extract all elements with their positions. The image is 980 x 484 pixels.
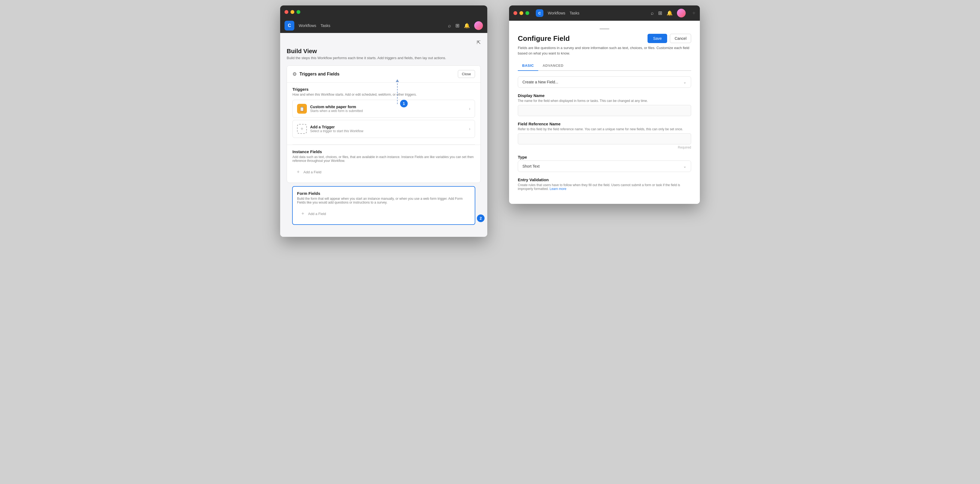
right-add-tab-button[interactable]: +: [692, 10, 695, 16]
gear-icon: ⚙: [293, 71, 297, 77]
display-name-group: Display Name The name for the field when…: [518, 93, 691, 116]
avatar[interactable]: [474, 21, 483, 30]
required-hint: Required: [518, 145, 691, 149]
instance-fields-desc: Add data such as text, choices, or files…: [293, 155, 475, 163]
add-form-field-row[interactable]: + Add a Field: [297, 208, 470, 220]
add-trigger-icon: +: [297, 124, 307, 134]
type-dropdown-arrow-icon: ⌄: [683, 164, 686, 169]
right-search-icon[interactable]: ⌕: [651, 10, 654, 16]
annotation-line-1: [389, 78, 411, 111]
panel-title: Triggers and Fields: [299, 72, 340, 76]
minimize-traffic-light[interactable]: [291, 10, 294, 14]
display-name-label: Display Name: [518, 93, 691, 98]
panel-title-row: ⚙ Triggers and Fields: [293, 71, 340, 77]
grid-icon[interactable]: ⊞: [455, 22, 460, 29]
field-reference-input[interactable]: [518, 133, 691, 145]
add-trigger-name: Add a Trigger: [310, 125, 469, 129]
form-fields-title: Form Fields: [297, 191, 470, 196]
trigger-item-form[interactable]: 📋 Custom white paper form Starts when a …: [293, 100, 475, 118]
new-field-dropdown-value: Create a New Field...: [522, 80, 558, 84]
right-bell-icon[interactable]: 🔔: [667, 10, 673, 16]
configure-title: Configure Field: [518, 34, 570, 43]
right-nav-links: Workflows Tasks: [548, 11, 579, 15]
field-reference-desc: Refer to this field by the field referen…: [518, 127, 691, 131]
tab-basic[interactable]: BASIC: [518, 61, 538, 71]
left-titlebar: [280, 5, 487, 19]
new-field-dropdown[interactable]: Create a New Field... ⌄: [518, 76, 691, 88]
add-field-label: Add a Field: [304, 170, 321, 174]
add-form-field-plus-icon: +: [301, 211, 304, 217]
annotation-badge-2: 2: [477, 215, 485, 222]
right-window-content: Configure Field Save Cancel Fields are l…: [509, 21, 700, 204]
right-nav-tasks[interactable]: Tasks: [570, 11, 579, 15]
left-nav-bar: C Workflows Tasks ⌕ ⊞ 🔔: [280, 19, 487, 33]
triggers-desc: How and when this Workflow starts. Add o…: [293, 93, 475, 97]
configure-desc: Fields are like questions in a survey an…: [518, 45, 691, 56]
zoom-traffic-light[interactable]: [296, 10, 300, 14]
trigger-form-icon: 📋: [297, 104, 307, 114]
right-nav-workflows[interactable]: Workflows: [548, 11, 565, 15]
cancel-button[interactable]: Cancel: [670, 34, 691, 43]
triggers-section: Triggers How and when this Workflow star…: [287, 83, 480, 145]
close-traffic-light[interactable]: [285, 10, 288, 14]
page-title: Build View: [287, 48, 481, 55]
panel-header: ⚙ Triggers and Fields Close: [287, 66, 480, 83]
type-dropdown[interactable]: Short Text ⌄: [518, 161, 691, 172]
right-traffic-lights: [514, 11, 529, 15]
field-reference-group: Field Reference Name Refer to this field…: [518, 121, 691, 149]
nav-workflows[interactable]: Workflows: [299, 24, 316, 28]
right-avatar[interactable]: [677, 9, 686, 18]
new-field-dropdown-arrow-icon: ⌄: [683, 80, 686, 84]
right-titlebar: C Workflows Tasks ⌕ ⊞ 🔔 +: [509, 5, 700, 21]
bell-icon[interactable]: 🔔: [464, 22, 470, 29]
instance-fields-title: Instance Fields: [293, 149, 475, 154]
add-trigger-desc: Select a trigger to start this Workflow: [310, 129, 469, 133]
left-window-content: ⇱ Build View Build the steps this Workfl…: [280, 33, 487, 237]
display-name-input[interactable]: [518, 105, 691, 116]
entry-validation-group: Entry Validation Create rules that users…: [518, 177, 691, 191]
triggers-title: Triggers: [293, 87, 475, 92]
right-app-logo[interactable]: C: [536, 9, 543, 17]
expand-icon[interactable]: ⇱: [477, 40, 481, 46]
nav-tasks[interactable]: Tasks: [320, 24, 330, 28]
right-zoom-traffic-light[interactable]: [525, 11, 529, 15]
new-field-group: Create a New Field... ⌄: [518, 76, 691, 88]
add-field-plus-icon: +: [297, 169, 300, 175]
entry-validation-label: Entry Validation: [518, 177, 691, 182]
add-form-field-label: Add a Field: [308, 212, 326, 216]
annotation-badge-1: 1: [400, 100, 408, 107]
right-window: C Workflows Tasks ⌕ ⊞ 🔔 +: [509, 5, 700, 204]
form-fields-wrapper: Form Fields Build the form that will app…: [287, 186, 481, 225]
triggers-fields-panel: ⚙ Triggers and Fields Close Triggers How…: [287, 65, 481, 183]
search-icon[interactable]: ⌕: [448, 23, 451, 29]
save-button[interactable]: Save: [648, 34, 667, 43]
form-fields-desc: Build the form that will appear when you…: [297, 197, 470, 204]
right-close-traffic-light[interactable]: [514, 11, 517, 15]
right-minimize-traffic-light[interactable]: [519, 11, 523, 15]
right-nav-icons: ⌕ ⊞ 🔔: [651, 9, 686, 18]
drag-handle[interactable]: [600, 28, 609, 29]
add-trigger-arrow-icon: ›: [469, 126, 470, 131]
traffic-lights: [285, 10, 300, 14]
form-fields-section: Form Fields Build the form that will app…: [292, 186, 475, 225]
type-group: Type Short Text ⌄: [518, 155, 691, 172]
type-label: Type: [518, 155, 691, 159]
add-instance-field-row[interactable]: + Add a Field: [293, 166, 475, 178]
right-grid-icon[interactable]: ⊞: [658, 10, 662, 16]
app-logo[interactable]: C: [285, 21, 294, 30]
close-panel-button[interactable]: Close: [458, 70, 475, 78]
nav-links: Workflows Tasks: [299, 24, 330, 28]
tab-advanced[interactable]: ADVANCED: [538, 61, 568, 70]
svg-marker-1: [396, 79, 399, 82]
page-subtitle: Build the steps this Workflow performs e…: [287, 56, 481, 60]
left-window: C Workflows Tasks ⌕ ⊞ 🔔 ⇱ Build View Bui…: [280, 5, 487, 237]
instance-fields-section: Instance Fields Add data such as text, c…: [287, 145, 480, 183]
display-name-desc: The name for the field when displayed in…: [518, 99, 691, 103]
add-trigger-info: Add a Trigger Select a trigger to start …: [310, 125, 469, 133]
field-reference-label: Field Reference Name: [518, 121, 691, 126]
configure-buttons: Save Cancel: [648, 34, 691, 43]
learn-more-link[interactable]: Learn more: [550, 187, 566, 191]
tabs-row: BASIC ADVANCED: [518, 61, 691, 71]
configure-header: Configure Field Save Cancel: [518, 34, 691, 43]
add-trigger-item[interactable]: + Add a Trigger Select a trigger to star…: [293, 120, 475, 138]
